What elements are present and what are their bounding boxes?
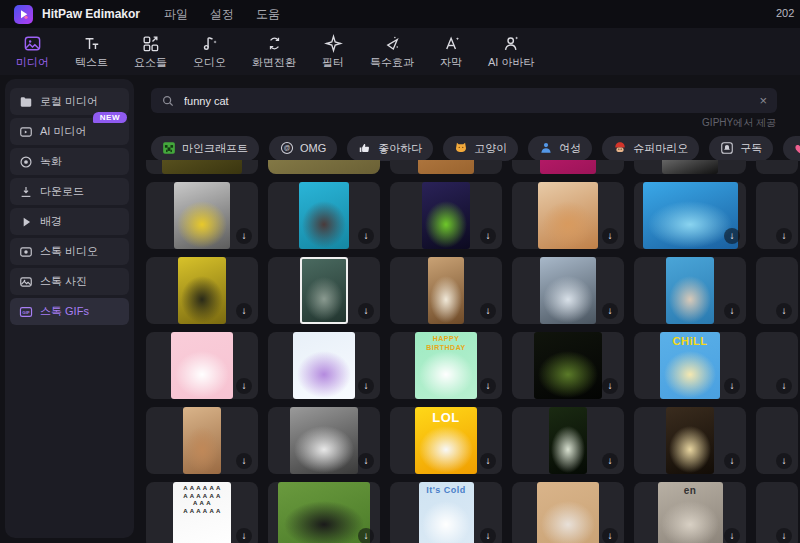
gif-card[interactable] [146, 160, 258, 174]
gif-card[interactable]: en↓ [634, 482, 746, 543]
search-bar[interactable]: × [151, 88, 777, 113]
gif-card[interactable]: ↓ [268, 482, 380, 543]
download-icon[interactable]: ↓ [724, 303, 740, 319]
gif-card-clipped[interactable]: ↓ [756, 332, 798, 399]
gif-card[interactable]: A A A A A A A A A A A A A A A A A A A A … [146, 482, 258, 543]
download-icon[interactable]: ↓ [480, 378, 496, 394]
download-icon[interactable]: ↓ [480, 528, 496, 543]
sidebar-item-record[interactable]: 녹화 [10, 148, 129, 175]
gif-card[interactable]: ↓ [390, 182, 502, 249]
download-icon[interactable]: ↓ [236, 303, 252, 319]
download-icon[interactable]: ↓ [358, 228, 374, 244]
gif-card[interactable]: ↓ [512, 257, 624, 324]
download-icon[interactable]: ↓ [480, 228, 496, 244]
tab-ai-avatar[interactable]: AI 아바타 [488, 33, 534, 70]
sidebar-item-stock-video[interactable]: 스톡 비디오 [10, 238, 129, 265]
gif-card[interactable]: LOL↓ [390, 407, 502, 474]
gif-card[interactable]: ↓ [268, 407, 380, 474]
gif-card[interactable] [390, 160, 502, 174]
gif-card[interactable]: ↓ [146, 332, 258, 399]
gif-card[interactable] [512, 160, 624, 174]
sidebar-item-local-media[interactable]: 로컬 미디어 [10, 88, 129, 115]
download-icon[interactable]: ↓ [776, 453, 792, 469]
tab-effects[interactable]: 특수효과 [370, 33, 414, 70]
sidebar-item-background[interactable]: 배경 [10, 208, 129, 235]
gif-card[interactable]: ↓ [146, 407, 258, 474]
download-icon[interactable]: ↓ [358, 378, 374, 394]
gif-card[interactable] [634, 160, 746, 174]
tag-cat[interactable]: 고양이 [443, 136, 518, 161]
tab-audio[interactable]: 오디오 [193, 33, 226, 70]
menu-help[interactable]: 도움 [256, 6, 280, 23]
sidebar-item-ai-media[interactable]: AI 미디어 NEW [10, 118, 129, 145]
gif-card[interactable]: CHiLL↓ [634, 332, 746, 399]
menu-settings[interactable]: 설정 [210, 6, 234, 23]
gif-card[interactable]: ↓ [268, 257, 380, 324]
download-icon[interactable]: ↓ [724, 228, 740, 244]
tab-subtitles[interactable]: 자막 [440, 33, 462, 70]
dark-hallway-cat-gif [666, 407, 714, 474]
tag-label: 마인크래프트 [182, 141, 248, 156]
gif-card[interactable]: ↓ [512, 332, 624, 399]
tab-media[interactable]: 미디어 [16, 33, 49, 70]
sidebar-item-download[interactable]: 다운로드 [10, 178, 129, 205]
download-icon[interactable]: ↓ [602, 528, 618, 543]
search-input[interactable] [184, 95, 750, 107]
sidebar-item-stock-photo[interactable]: 스톡 사진 [10, 268, 129, 295]
download-icon[interactable]: ↓ [602, 228, 618, 244]
gif-card[interactable]: ↓ [634, 407, 746, 474]
tag-super-mario[interactable]: 슈퍼마리오 [602, 136, 699, 161]
gif-card[interactable]: ↓ [512, 482, 624, 543]
download-icon[interactable]: ↓ [776, 303, 792, 319]
gif-card-clipped[interactable]: ↓ [756, 257, 798, 324]
thumbs-up-icon [358, 141, 372, 155]
gif-card[interactable]: ↓ [634, 182, 746, 249]
gif-card[interactable]: ↓ [512, 407, 624, 474]
gif-card[interactable]: ↓ [146, 182, 258, 249]
tag-omg[interactable]: @ OMG [269, 136, 337, 161]
download-icon[interactable]: ↓ [358, 303, 374, 319]
tab-transition[interactable]: 화면전환 [252, 33, 296, 70]
gif-card-clipped[interactable]: ↓ [756, 182, 798, 249]
gif-card[interactable]: ↓ [146, 257, 258, 324]
download-icon[interactable]: ↓ [236, 378, 252, 394]
download-icon[interactable]: ↓ [776, 378, 792, 394]
tab-filter[interactable]: 필터 [322, 33, 344, 70]
download-icon[interactable]: ↓ [724, 453, 740, 469]
menu-file[interactable]: 파일 [164, 6, 188, 23]
download-icon[interactable]: ↓ [602, 378, 618, 394]
gif-card-clipped[interactable] [756, 160, 798, 174]
gif-card[interactable]: ↓ [268, 332, 380, 399]
tag-female[interactable]: 여성 [528, 136, 592, 161]
download-icon[interactable]: ↓ [358, 528, 374, 543]
download-icon[interactable]: ↓ [724, 528, 740, 543]
download-icon[interactable]: ↓ [776, 528, 792, 543]
tab-text[interactable]: 텍스트 [75, 33, 108, 70]
tag-love[interactable]: 사랑 [783, 136, 800, 161]
download-icon[interactable]: ↓ [602, 303, 618, 319]
download-icon[interactable]: ↓ [776, 228, 792, 244]
sidebar-item-stock-gifs[interactable]: GIF 스톡 GIFs [10, 298, 129, 325]
gif-card[interactable]: ↓ [512, 182, 624, 249]
gif-card-clipped[interactable]: ↓ [756, 482, 798, 543]
download-icon[interactable]: ↓ [236, 528, 252, 543]
download-icon[interactable]: ↓ [358, 453, 374, 469]
gif-card[interactable] [268, 160, 380, 174]
gif-card-clipped[interactable]: ↓ [756, 407, 798, 474]
tag-like[interactable]: 좋아하다 [347, 136, 433, 161]
download-icon[interactable]: ↓ [602, 453, 618, 469]
tab-elements[interactable]: 요소들 [134, 33, 167, 70]
gif-card[interactable]: HAPPY BIRTHDAY↓ [390, 332, 502, 399]
tag-minecraft[interactable]: 마인크래프트 [151, 136, 259, 161]
download-icon[interactable]: ↓ [480, 303, 496, 319]
download-icon[interactable]: ↓ [236, 453, 252, 469]
gif-card[interactable]: ↓ [390, 257, 502, 324]
clear-search-icon[interactable]: × [759, 94, 767, 107]
download-icon[interactable]: ↓ [480, 453, 496, 469]
tag-subscribe[interactable]: 구독 [709, 136, 773, 161]
gif-card[interactable]: ↓ [634, 257, 746, 324]
download-icon[interactable]: ↓ [724, 378, 740, 394]
gif-card[interactable]: ↓ [268, 182, 380, 249]
gif-card[interactable]: It's Cold↓ [390, 482, 502, 543]
download-icon[interactable]: ↓ [236, 228, 252, 244]
